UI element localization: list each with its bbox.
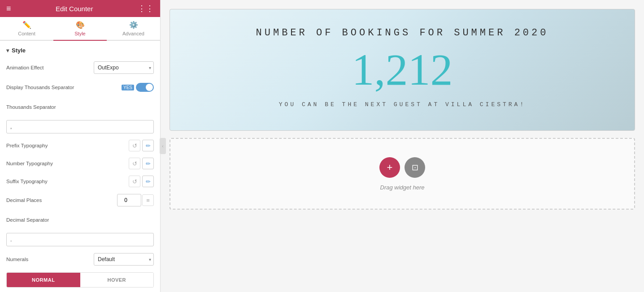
tab-style-label: Style bbox=[74, 31, 85, 36]
hamburger-icon[interactable]: ≡ bbox=[6, 4, 11, 13]
state-normal-tab[interactable]: NORMAL bbox=[7, 273, 80, 287]
panel-body: ▾ Style Animation Effect OutExpo Linear … bbox=[0, 41, 160, 292]
drag-buttons: + ⊡ bbox=[379, 157, 425, 178]
copy-widget-button[interactable]: ⊡ bbox=[405, 157, 425, 178]
tab-content[interactable]: ✏️ Content bbox=[0, 17, 53, 41]
decimal-separator-input[interactable] bbox=[6, 233, 154, 246]
display-thousands-label: Display Thousands Separator bbox=[6, 85, 122, 90]
suffix-typography-label: Suffix Typography bbox=[6, 179, 129, 184]
decimal-separator-label: Decimal Separator bbox=[6, 217, 154, 223]
decimal-separator-input-wrap bbox=[6, 233, 154, 246]
tab-advanced[interactable]: ⚙️ Advanced bbox=[107, 17, 160, 41]
thousands-separator-input-wrap bbox=[6, 120, 154, 133]
left-panel: ≡ Edit Counter ⋮⋮ ✏️ Content 🎨 Style ⚙️ … bbox=[0, 0, 161, 292]
suffix-typo-icons: ↺ ✏ bbox=[129, 176, 154, 187]
right-area: NUMBER OF BOOKINGS FOR SUMMER 2020 1,212… bbox=[161, 0, 644, 292]
toggle-yes-label: YES bbox=[122, 85, 134, 90]
thousands-toggle-control: YES bbox=[122, 83, 154, 92]
widget-number: 1,212 bbox=[188, 47, 617, 92]
decimal-places-menu-btn[interactable]: ≡ bbox=[142, 194, 154, 206]
animation-effect-label: Animation Effect bbox=[6, 65, 94, 70]
prefix-typography-row: Prefix Typography ↺ ✏ bbox=[6, 140, 154, 151]
widget-subtext: YOU CAN BE THE NEXT GUEST AT VILLA CIEST… bbox=[188, 101, 617, 108]
decimal-places-row: Decimal Places ≡ bbox=[6, 193, 154, 207]
section-title-text: Style bbox=[12, 47, 26, 54]
decimal-places-label: Decimal Places bbox=[6, 198, 117, 203]
numerals-row: Numerals Default Arabic Persian ▾ bbox=[6, 253, 154, 266]
animation-effect-select[interactable]: OutExpo Linear EaseIn EaseOut bbox=[94, 61, 154, 74]
tab-style[interactable]: 🎨 Style bbox=[53, 17, 107, 41]
resize-handle[interactable]: ‹ bbox=[160, 138, 166, 154]
suffix-edit-btn[interactable]: ✏ bbox=[142, 176, 154, 187]
widget-headline: NUMBER OF BOOKINGS FOR SUMMER 2020 bbox=[188, 27, 617, 39]
decimal-places-input[interactable] bbox=[117, 194, 141, 206]
decimal-places-control: ≡ bbox=[117, 194, 154, 206]
add-widget-button[interactable]: + bbox=[379, 157, 400, 178]
panel-tabs: ✏️ Content 🎨 Style ⚙️ Advanced bbox=[0, 17, 160, 41]
grid-icon[interactable]: ⋮⋮ bbox=[138, 4, 154, 13]
prefix-reset-btn[interactable]: ↺ bbox=[129, 140, 140, 151]
panel-title: Edit Counter bbox=[11, 5, 138, 13]
number-typo-icons: ↺ ✏ bbox=[129, 158, 154, 169]
thousands-separator-label: Thousands Separator bbox=[6, 104, 154, 110]
drag-text: Drag widget here bbox=[380, 184, 425, 191]
widget-preview: NUMBER OF BOOKINGS FOR SUMMER 2020 1,212… bbox=[170, 9, 635, 131]
prefix-typography-label: Prefix Typography bbox=[6, 143, 129, 148]
state-hover-tab[interactable]: HOVER bbox=[80, 273, 154, 287]
number-typography-row: Number Typography ↺ ✏ bbox=[6, 158, 154, 169]
prefix-typo-icons: ↺ ✏ bbox=[129, 140, 154, 151]
animation-effect-select-wrap: OutExpo Linear EaseIn EaseOut ▾ bbox=[94, 61, 154, 74]
thousands-separator-row: Thousands Separator bbox=[6, 100, 154, 114]
panel-header: ≡ Edit Counter ⋮⋮ bbox=[0, 0, 160, 17]
numerals-label: Numerals bbox=[6, 257, 94, 262]
content-icon: ✏️ bbox=[22, 21, 31, 29]
advanced-icon: ⚙️ bbox=[129, 21, 138, 29]
display-thousands-row: Display Thousands Separator YES bbox=[6, 81, 154, 94]
suffix-typography-row: Suffix Typography ↺ ✏ bbox=[6, 176, 154, 187]
drag-area: + ⊡ Drag widget here bbox=[170, 138, 635, 210]
number-reset-btn[interactable]: ↺ bbox=[129, 158, 140, 169]
decimal-separator-row: Decimal Separator bbox=[6, 213, 154, 227]
section-title: ▾ Style bbox=[6, 47, 154, 54]
thousands-toggle[interactable] bbox=[136, 83, 154, 92]
number-edit-btn[interactable]: ✏ bbox=[142, 158, 154, 169]
tab-advanced-label: Advanced bbox=[122, 31, 144, 36]
prefix-edit-btn[interactable]: ✏ bbox=[142, 140, 154, 151]
section-chevron: ▾ bbox=[6, 47, 9, 54]
style-icon: 🎨 bbox=[76, 21, 85, 29]
numerals-select-wrap: Default Arabic Persian ▾ bbox=[94, 253, 154, 266]
numerals-select[interactable]: Default Arabic Persian bbox=[94, 253, 154, 266]
tab-content-label: Content bbox=[18, 31, 35, 36]
thousands-separator-input[interactable] bbox=[6, 120, 154, 133]
suffix-reset-btn[interactable]: ↺ bbox=[129, 176, 140, 187]
number-typography-label: Number Typography bbox=[6, 161, 129, 166]
animation-effect-control: OutExpo Linear EaseIn EaseOut ▾ bbox=[94, 61, 154, 74]
state-tabs: NORMAL HOVER bbox=[6, 272, 154, 288]
animation-effect-row: Animation Effect OutExpo Linear EaseIn E… bbox=[6, 61, 154, 74]
